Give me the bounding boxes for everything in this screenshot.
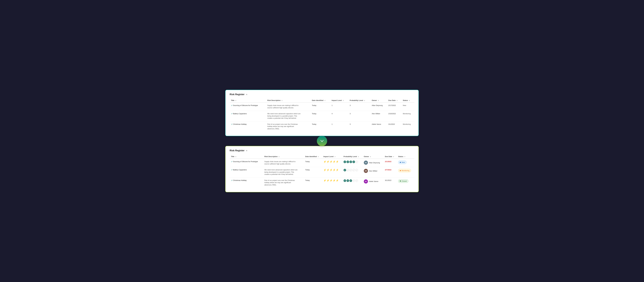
top-table-row[interactable]: ↗ Christmas Holiday Part of our project … [230,121,414,132]
bot-col-header-probability-level[interactable]: Probability Level ∨ [342,154,362,159]
bot-col-header-status[interactable]: Status ∨ [397,154,414,159]
sort-arrow-due: ∨ [396,100,398,101]
avatar-initials: AV [365,181,367,182]
bot-row-title-cell: ↗ Christmas Holiday [230,177,263,188]
bot-sort-arrow-status: ∨ [404,156,405,157]
bot-col-header-due-date[interactable]: Due Date ∨ [384,154,397,159]
due-date-normal: 3/1/2022 [385,179,392,181]
status-badge: Closed [398,179,408,183]
bottom-table-row[interactable]: ↗ Christmas Holiday Part of our project … [230,177,414,188]
top-table-header-row: Title ∨ Risk Description ∨ Date Identifi… [230,98,414,103]
bot-row-status: New [397,159,414,167]
col-header-probability-level[interactable]: Probability Level ∨ [348,98,370,103]
bot-col-header-impact-level[interactable]: Impact Level ∨ [322,154,342,159]
top-row-title: Battery Capacitors [233,113,247,115]
avatar-initials: AW [365,170,367,172]
top-risk-register-card: Risk Register ★ Title ∨ Risk Description… [225,90,419,136]
title-arrow-icon: ↗ [231,179,232,181]
bottom-risk-register-card: Risk Register ★ Title ∨ Risk Description… [225,146,419,192]
bot-col-header-title[interactable]: Title ∨ [230,154,263,159]
top-row-title-cell: ↗ Sourcing of Silicone for Prototype [230,103,266,111]
col-header-status[interactable]: Status ∨ [402,98,414,103]
bot-row-title-cell: ↗ Sourcing of Silicone for Prototype [230,159,263,167]
bot-row-owner-name: Allan Deyoung [369,162,380,164]
sort-arrow-prob: ∨ [364,100,365,101]
bottom-table-row[interactable]: ↗ Battery Capacitors We need more advanc… [230,167,414,178]
impact-bolts: ⚡⚡⚡⚡⚡ [324,160,341,163]
check-circle-active [344,160,346,163]
status-label: Monitoring [402,170,409,171]
bottom-card-title-row: Risk Register ★ [230,149,414,152]
title-arrow-icon: ↗ [231,169,232,171]
bot-row-title: Sourcing of Silicone for Prototype [233,160,258,162]
probability-checks [344,160,361,163]
top-row-title-cell: ↗ Christmas Holiday [230,121,266,132]
bot-row-due-date: 2/1/2022 [384,159,397,167]
top-card-title: Risk Register [230,93,244,96]
col-header-date-identified[interactable]: Date Identified ∨ [310,98,330,103]
bot-row-owner-name: Adele Vance [369,180,378,182]
avatar: AW [364,169,368,173]
sort-arrow-impact: ∨ [343,100,344,101]
expand-button[interactable] [317,136,327,146]
bot-col-header-date-identified[interactable]: Date Identified ∨ [304,154,322,159]
bot-sort-arrow-impact: ∨ [334,156,336,157]
bolt-icon: ⚡ [326,160,329,163]
bot-row-probability [342,159,362,167]
top-row-desc-cell: We need more advanced capacitors which a… [266,111,310,122]
check-circle-inactive [350,169,352,171]
status-label: Closed [402,180,407,182]
check-circle-inactive [352,169,355,171]
bot-sort-arrow-prob: ∨ [358,156,359,157]
bot-row-probability [342,177,362,188]
status-dot [400,162,401,163]
bot-row-desc-cell: Part of our project runs over the Christ… [263,177,304,188]
top-row-title: Christmas Holiday [233,123,246,125]
col-header-due-date[interactable]: Due Date ∨ [387,98,402,103]
top-table-row[interactable]: ↗ Battery Capacitors We need more advanc… [230,111,414,122]
top-row-probability: 3 [348,121,370,132]
bottom-table-row[interactable]: ↗ Sourcing of Silicone for Prototype Sup… [230,159,414,167]
col-header-risk-description[interactable]: Risk Description ∨ [266,98,310,103]
col-header-title[interactable]: Title ∨ [230,98,266,103]
bot-row-date: Today [304,177,322,188]
bot-row-date: Today [304,167,322,178]
bolt-icon: ⚡ [333,179,336,182]
top-row-probability: 3 [348,103,370,111]
chevron-divider [317,136,327,146]
bot-row-impact: ⚡⚡⚡⚡⚡ [322,167,342,178]
probability-checks [344,179,361,182]
col-header-impact-level[interactable]: Impact Level ∨ [330,98,348,103]
bot-col-header-risk-description[interactable]: Risk Description ∨ [263,154,304,159]
check-circle-active [346,179,349,182]
due-date-overdue: 2/1/2022 [385,160,392,162]
bot-row-description: We need more advanced capacitors which a… [264,169,298,176]
owner-info: AD Allan Deyoung [364,160,382,165]
top-row-description: Supply chain issues are making it diffic… [267,104,301,109]
avatar: AD [364,160,368,165]
check-circle-inactive [346,169,349,171]
top-row-due-date: 3/1/2022 [387,121,402,132]
title-arrow-icon: ↗ [231,105,232,106]
bottom-card-star[interactable]: ★ [246,149,248,152]
bolt-icon: ⚡ [336,169,339,171]
title-arrow-icon: ↗ [231,161,232,162]
top-table-row[interactable]: ↗ Sourcing of Silicone for Prototype Sup… [230,103,414,111]
top-row-date: Today [310,103,330,111]
status-label: New [402,161,405,163]
bolt-icon: ⚡ [336,160,339,163]
owner-info: AV Adele Vance [364,179,382,183]
bot-row-description: Supply chain issues are making it diffic… [264,160,298,165]
bot-row-owner-cell: AV Adele Vance [362,177,384,188]
top-row-owner: Alex Wilber [370,111,387,122]
col-header-owner[interactable]: Owner ∨ [370,98,387,103]
bot-row-desc-cell: We need more advanced capacitors which a… [263,167,304,178]
top-row-impact: 1 [330,103,348,111]
title-arrow-icon: ↗ [231,123,232,125]
bolt-icon: ⚡ [336,179,339,182]
impact-bolts: ⚡⚡⚡⚡⚡ [324,169,341,171]
bot-col-header-owner[interactable]: Owner ∨ [362,154,384,159]
bolt-icon: ⚡ [333,169,336,171]
bot-row-status: Closed [397,177,414,188]
top-card-star[interactable]: ★ [246,93,248,96]
